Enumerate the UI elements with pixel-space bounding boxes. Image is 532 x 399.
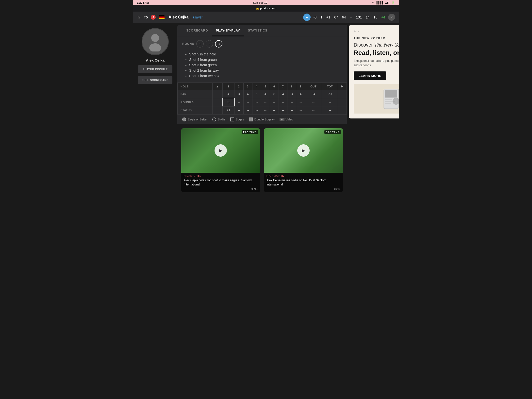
tab-play-by-play[interactable]: PLAY-BY-PLAY: [212, 25, 244, 36]
player-position: T5: [144, 15, 148, 19]
par-hole-7: 4: [279, 90, 287, 98]
par-hole-5: 4: [261, 90, 270, 98]
status-arrow: [212, 106, 222, 114]
ad-subheadline: Read, listen, or play.: [354, 49, 399, 57]
round3-hole-8: --: [287, 98, 296, 106]
hole-1-header: 1: [222, 83, 234, 90]
ad-learn-more-button[interactable]: LEARN MORE: [354, 71, 386, 80]
main-layout: Alex Cejka PLAYER PROFILE FULL SCORECARD…: [133, 23, 399, 196]
round-selector: ROUND 1 2 3: [177, 36, 347, 50]
status-date: Sun Sep 19: [253, 1, 267, 4]
par-hole-2: 3: [234, 90, 244, 98]
video-tag-2: HIGHLIGHTS: [266, 175, 340, 177]
hole-5-header: 5: [261, 83, 270, 90]
url-text: pgatour.com: [260, 7, 276, 10]
par-tot: 70: [322, 90, 338, 98]
birdie-icon: [212, 117, 216, 121]
round3-hole-2: --: [234, 98, 244, 106]
par-hole-arrow: [212, 90, 222, 98]
hole-1-up-arrow[interactable]: ▲: [212, 83, 222, 90]
hole-8-header: 8: [287, 83, 296, 90]
ad-publication-name: THE NEW YORKER: [354, 37, 399, 40]
video-button[interactable]: ▶: [303, 14, 311, 21]
video-card-2[interactable]: ▶ PGA TOUR HIGHLIGHTS Alex Cejka makes b…: [264, 128, 343, 192]
sidebar: Alex Cejka PLAYER PROFILE FULL SCORECARD: [133, 23, 177, 196]
round3-hole-6: --: [270, 98, 279, 106]
status-icons: ☀ ▐▐▐▐ WiFi 🔋: [372, 1, 395, 4]
video-info-1: HIGHLIGHTS Alex Cejka holes flop shot to…: [181, 173, 260, 192]
svg-rect-3: [385, 90, 397, 98]
video-badge-2: PGA TOUR: [324, 130, 341, 134]
signal-icon: ▐▐▐▐: [376, 1, 383, 4]
eagle-icon: [182, 117, 186, 121]
shots-ul: Shot 5 in the hole Shot 4 from green Sho…: [185, 51, 342, 79]
round3-out: --: [305, 98, 322, 106]
ad-sponsor-label: Ad ▲: [354, 30, 359, 33]
tab-statistics[interactable]: STATISTICS: [244, 25, 271, 36]
hole-6-header: 6: [270, 83, 279, 90]
round3-hole-9: --: [296, 98, 305, 106]
video-section: ▶ PGA TOUR HIGHLIGHTS Alex Cejka holes f…: [177, 124, 347, 196]
ad-illustration: [354, 84, 399, 114]
player-profile-button[interactable]: PLAYER PROFILE: [138, 65, 172, 73]
round-1-button[interactable]: 1: [196, 40, 204, 48]
header-brand-name: Titleist: [192, 15, 202, 19]
status-time: 11:24 AM: [137, 1, 149, 4]
ad-headline-discover: Discover The New Yorker.: [354, 42, 399, 48]
status-hole-2: --: [234, 106, 244, 114]
round-2-button[interactable]: 2: [206, 40, 213, 48]
advertisement: Ad ▲ ✕ THE NEW YORKER Discover The New Y…: [349, 25, 399, 118]
video-title-2: Alex Cejka makes birdie on No. 15 at San…: [266, 178, 340, 187]
round3-arrow: [212, 98, 222, 106]
status-tot: --: [322, 106, 338, 114]
content-area: SCORECARD PLAY-BY-PLAY STATISTICS ROUND …: [177, 25, 347, 124]
address-bar[interactable]: 🔒 pgatour.com: [133, 5, 399, 12]
round-label: ROUND: [182, 42, 194, 46]
hole-9-header: 9: [296, 83, 305, 90]
shot-item-5: Shot 5 in the hole: [189, 51, 342, 57]
scorecard-table: HOLE ▲ 1 2 3 4 5 6 7 8 9 OUT TOT ▶: [177, 83, 347, 114]
video-duration-2: 00:16: [266, 188, 340, 190]
player-avatar: [142, 28, 169, 55]
header-scores: -8 1 +1 67 64 -- 131 14 18 +4: [314, 15, 385, 19]
par-row: PAR 4 3 4 5 4 3 4 3 4 34 70: [178, 90, 347, 98]
round3-row-label: ROUND 3: [178, 98, 213, 106]
round3-tot: --: [322, 98, 338, 106]
play-button-1[interactable]: ▶: [215, 144, 227, 157]
sidebar-player-name: Alex Cejka: [146, 58, 165, 62]
header-green-score: +4: [381, 15, 385, 19]
tab-scorecard[interactable]: SCORECARD: [182, 25, 212, 36]
tabs-container: SCORECARD PLAY-BY-PLAY STATISTICS: [177, 25, 347, 36]
shot-item-1: Shot 1 from tee box: [189, 73, 342, 79]
round3-row: ROUND 3 5 -- -- -- -- -- -- -- -- -- --: [178, 98, 347, 106]
next-holes-button[interactable]: ▶: [338, 83, 347, 90]
round-3-button[interactable]: 3: [215, 40, 222, 48]
legend-double-bogey: Double Bogey+: [249, 117, 275, 121]
video-title-1: Alex Cejka holes flop shot to make eagle…: [184, 178, 258, 187]
header-round3: 67: [334, 15, 338, 19]
hole-3-header: 3: [243, 83, 252, 90]
par-arrow-right: [338, 90, 347, 98]
bogey-icon: [230, 117, 234, 121]
birdie-label: Birdie: [218, 118, 225, 121]
par-hole-9: 4: [296, 90, 305, 98]
par-hole-4: 5: [252, 90, 261, 98]
status-arrow-right: [338, 106, 347, 114]
video-card-1[interactable]: ▶ PGA TOUR HIGHLIGHTS Alex Cejka holes f…: [181, 128, 260, 192]
par-hole-1: 4: [222, 90, 234, 98]
favorite-star-icon[interactable]: ☆: [137, 15, 141, 20]
play-button-2[interactable]: ▶: [297, 144, 310, 157]
full-scorecard-button[interactable]: FULL SCORECARD: [138, 76, 172, 84]
header-thru2: 18: [373, 15, 377, 19]
round3-hole-1: 5: [222, 98, 234, 106]
header-sep1: 1: [320, 15, 322, 19]
svg-point-1: [149, 43, 161, 51]
notification-badge: 3: [151, 15, 156, 20]
status-out: --: [305, 106, 322, 114]
close-button[interactable]: ×: [388, 14, 395, 21]
player-header: ☆ T5 3 Alex Cejka Titleist ▶ -8 1 +1 67 …: [133, 12, 399, 23]
legend-birdie: Birdie: [212, 117, 225, 121]
legend-video: ▶ Video: [280, 118, 293, 121]
video-thumb-1: ▶ PGA TOUR: [181, 128, 260, 173]
video-info-2: HIGHLIGHTS Alex Cejka makes birdie on No…: [264, 173, 343, 192]
